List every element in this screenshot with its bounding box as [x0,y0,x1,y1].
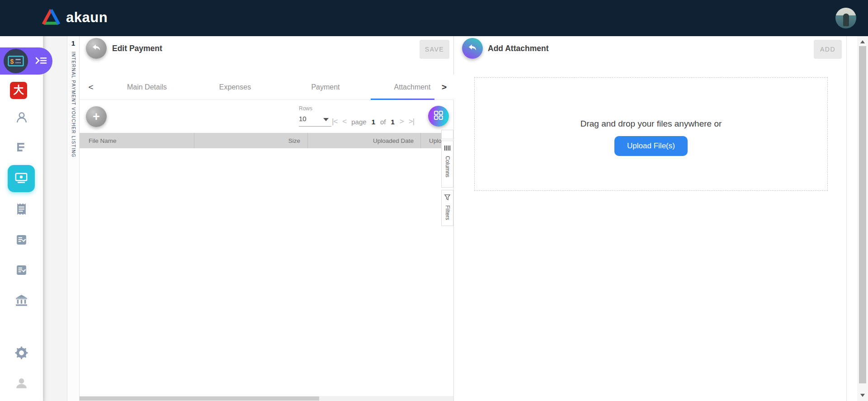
back-button[interactable] [86,38,107,59]
sidebar-item-bank[interactable] [0,294,43,309]
rows-per-page-select[interactable]: 10 [299,113,331,127]
da-character-icon [12,83,25,98]
profile-icon [14,376,28,392]
upload-files-button[interactable]: Upload File(s) [614,136,688,156]
columns-icon [443,145,451,153]
bank-icon [14,294,28,309]
collapse-menu-icon[interactable] [35,57,47,66]
back-button[interactable] [462,38,483,59]
sidebar-item-ledger-listing[interactable] [0,141,43,155]
sidebar-item-profile[interactable] [0,376,43,392]
module-tab-label: INTERNAL PAYMENT VOUCHER LISTING [71,52,76,158]
sidebar-item-settings[interactable] [0,346,43,361]
current-page: 1 [372,118,375,126]
filters-button[interactable]: Filters [441,190,453,226]
list-lines-icon [15,141,28,155]
tab-expenses[interactable]: Expenses [190,75,280,100]
rail-scroll-corner [441,130,453,139]
rows-label: Rows [299,105,312,112]
tabs-scroll-left[interactable]: < [84,75,98,100]
column-header-uploaded-date[interactable]: Uploaded Date [308,133,421,148]
sidebar-item-approval-tasks[interactable] [0,234,43,248]
add-attachment-panel: Add Attachment ADD Drag and drop your fi… [454,36,847,401]
dropzone-message: Drag and drop your files anywhere or [580,119,722,129]
caret-down-icon [323,118,329,121]
filter-funnel-icon [444,194,451,203]
sidebar-item-payment-voucher-active[interactable] [8,165,35,192]
total-pages: 1 [391,118,395,126]
next-page-button[interactable]: > [400,117,404,126]
save-button[interactable]: SAVE [420,40,449,59]
module-tab-index: 1 [71,39,75,47]
file-dropzone[interactable]: Drag and drop your files anywhere or Upl… [474,77,828,191]
add-button[interactable]: ADD [814,40,842,59]
table-side-rail: Columns Filters [441,130,453,139]
add-row-button[interactable]: + [86,106,107,127]
user-avatar[interactable] [835,8,856,28]
edit-payment-panel: Edit Payment SAVE < Main Details Expense… [80,36,454,401]
cheque-icon: $ [4,49,28,73]
scroll-down-arrow-icon[interactable] [860,394,865,397]
gear-icon [15,346,28,361]
column-header-uploaded-by[interactable]: Uploaded By [421,133,441,148]
prev-page-button[interactable]: < [342,117,346,126]
columns-label: Columns [444,156,451,177]
page-title: Edit Payment [112,44,162,53]
filters-label: Filters [444,205,451,220]
active-tab-underline [371,99,434,100]
column-header-file-name[interactable]: File Name [80,133,194,148]
payment-card-icon [14,171,28,186]
back-arrow-icon [91,42,102,55]
sidebar-item-cheque-module[interactable]: $ [0,47,52,75]
brand-logo: akaun [41,7,108,28]
sidebar-item-da-workspace[interactable] [10,82,27,99]
top-navbar: akaun [0,0,868,36]
clipboard-check-icon [15,264,28,278]
module-tab-internal-payment-voucher-listing[interactable]: 1 INTERNAL PAYMENT VOUCHER LISTING [67,36,80,401]
sidebar-gutter [43,36,67,401]
first-page-button[interactable]: |< [332,117,337,126]
tab-bar: < Main Details Expenses Payment Attachme… [80,75,454,100]
pagination: |< < page 1 of 1 > >| [332,115,414,128]
rows-value: 10 [299,115,307,123]
tab-main-details[interactable]: Main Details [104,75,190,100]
sidebar: $ [0,36,43,401]
scroll-up-arrow-icon[interactable] [860,40,865,43]
page-word: page [351,118,366,126]
of-word: of [380,118,386,126]
tab-payment[interactable]: Payment [280,75,371,100]
person-outline-icon [15,111,28,126]
sidebar-item-approval-tasks-2[interactable] [0,264,43,278]
column-header-size[interactable]: Size [194,133,308,148]
clipboard-check-icon [15,234,28,248]
app-window: akaun $ [0,0,868,401]
grid-view-button[interactable] [428,106,449,127]
back-arrow-icon [467,42,478,55]
vertical-scrollbar[interactable] [857,36,868,401]
brand-name: akaun [66,9,108,26]
vertical-scrollbar-thumb[interactable] [859,46,866,383]
horizontal-scrollbar-thumb[interactable] [80,396,319,401]
sidebar-item-receipt-listing[interactable] [0,203,43,217]
plus-icon: + [93,111,100,123]
panel-title: Add Attachment [488,44,549,53]
akaun-logo-icon [41,7,61,28]
last-page-button[interactable]: >| [409,117,414,126]
sidebar-item-contacts[interactable] [0,111,43,126]
table-horizontal-scrollbar[interactable] [80,396,453,401]
svg-text:$: $ [10,58,14,65]
attachment-table-header: File Name Size Uploaded Date Uploaded By [80,133,441,148]
grid-icon [433,110,444,123]
columns-button[interactable]: Columns [441,141,453,188]
tabs-scroll-right[interactable]: > [434,75,454,99]
receipt-icon [15,203,28,217]
